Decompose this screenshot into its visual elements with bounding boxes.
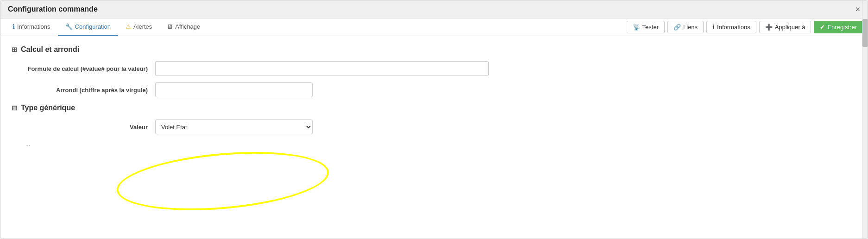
valeur-group: Valeur Volet Etat Option 1 Option 2 (12, 120, 856, 134)
info2-icon: ℹ (712, 24, 715, 31)
plus-icon: ➕ (765, 24, 773, 31)
valeur-label: Valeur (25, 124, 155, 131)
tab-configuration[interactable]: 🔧 Configuration (58, 19, 118, 36)
tab-informations-label: Informations (17, 23, 50, 30)
check-icon: ✔ (820, 24, 825, 31)
enregistrer-button[interactable]: ✔ Enregistrer (814, 21, 863, 33)
section-calcul-title: ⊞ Calcul et arrondi (12, 45, 856, 54)
tester-button[interactable]: 📡 Tester (627, 21, 665, 33)
liens-label: Liens (683, 24, 698, 31)
arrondi-label: Arrondi (chiffre après la virgule) (25, 87, 155, 94)
tabs-left: ℹ Informations 🔧 Configuration ⚠ Alertes… (5, 19, 208, 36)
enregistrer-label: Enregistrer (827, 24, 857, 31)
formule-group: Formule de calcul (#value# pour la valeu… (12, 61, 856, 76)
tabs-bar: ℹ Informations 🔧 Configuration ⚠ Alertes… (0, 19, 868, 36)
section-type-label: Type générique (21, 104, 75, 112)
modal-close-button[interactable]: × (855, 5, 860, 13)
tab-alertes-label: Alertes (133, 23, 152, 30)
scrollbar-thumb[interactable] (862, 19, 868, 47)
links-icon: 🔗 (673, 24, 681, 31)
grid-icon: ⊞ (12, 46, 17, 53)
informations-label: Informations (717, 24, 750, 31)
grid2-icon: ⊟ (12, 104, 17, 112)
modal-body: ⊞ Calcul et arrondi Formule de calcul (#… (0, 36, 868, 157)
scrollbar[interactable] (862, 0, 868, 239)
liens-button[interactable]: 🔗 Liens (667, 21, 704, 33)
arrondi-input[interactable] (155, 82, 313, 97)
appliquer-label: Appliquer à (775, 24, 805, 31)
tab-alertes[interactable]: ⚠ Alertes (118, 19, 159, 36)
info-icon: ℹ (13, 23, 15, 30)
tab-affichage-label: Affichage (175, 23, 200, 30)
rss-icon: 📡 (633, 24, 640, 31)
modal-container: Configuration commande × ℹ Informations … (0, 0, 868, 239)
tabs-right: 📡 Tester 🔗 Liens ℹ Informations ➕ Appliq… (627, 21, 863, 33)
modal-title: Configuration commande (8, 5, 98, 13)
section-calcul-label: Calcul et arrondi (21, 45, 79, 54)
formule-input[interactable] (155, 61, 489, 76)
tester-label: Tester (642, 24, 659, 31)
tab-affichage[interactable]: 🖥 Affichage (159, 19, 208, 36)
wrench-icon: 🔧 (65, 23, 73, 30)
arrondi-group: Arrondi (chiffre après la virgule) (12, 82, 856, 97)
modal-header: Configuration commande × (0, 0, 868, 19)
formule-label: Formule de calcul (#value# pour la valeu… (25, 65, 155, 72)
informations-button[interactable]: ℹ Informations (706, 21, 756, 33)
display-icon: 🖥 (167, 23, 173, 30)
tab-informations[interactable]: ℹ Informations (5, 19, 58, 36)
appliquer-button[interactable]: ➕ Appliquer à (759, 21, 811, 33)
section-type-title: ⊟ Type générique (12, 104, 856, 112)
section-truncated: ... (12, 141, 856, 147)
tab-configuration-label: Configuration (75, 23, 111, 30)
valeur-select[interactable]: Volet Etat Option 1 Option 2 (155, 120, 313, 134)
warning-icon: ⚠ (126, 23, 131, 30)
